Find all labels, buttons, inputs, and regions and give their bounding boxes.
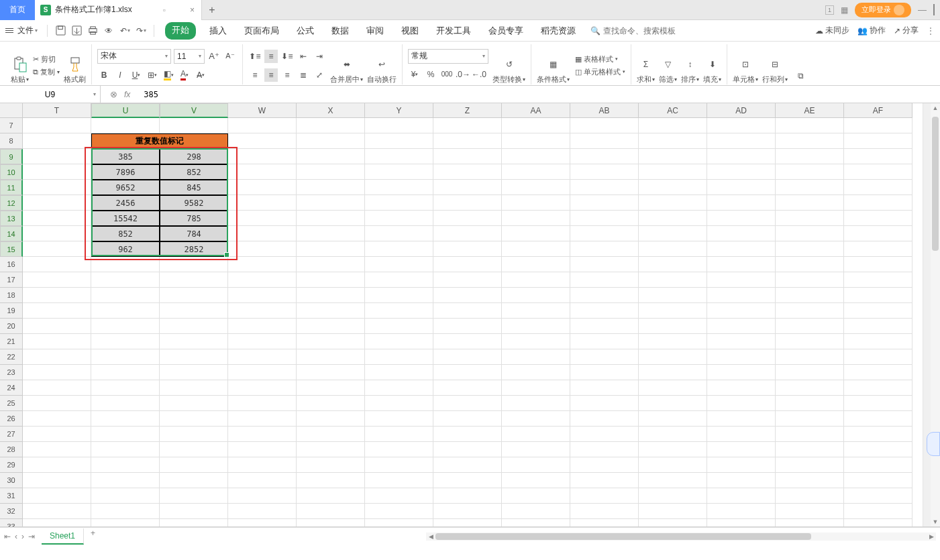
cell-AF12[interactable] — [844, 195, 912, 211]
cell-AF19[interactable] — [844, 303, 912, 319]
cell-X10[interactable] — [297, 164, 365, 180]
cell-AE13[interactable] — [776, 211, 844, 226]
cell-U31[interactable] — [91, 488, 160, 504]
cell-AB13[interactable] — [570, 211, 639, 226]
col-header-AE[interactable]: AE — [776, 103, 844, 118]
cell-T26[interactable] — [23, 411, 91, 427]
cell-Z21[interactable] — [433, 334, 502, 349]
cell-T31[interactable] — [23, 488, 91, 504]
cell-button[interactable]: ⊡单元格▾ — [733, 47, 758, 85]
col-header-V[interactable]: V — [160, 103, 228, 118]
inc-decimal-icon[interactable]: .0→ — [456, 68, 470, 81]
login-button[interactable]: 立即登录 — [855, 3, 911, 17]
cell-U26[interactable] — [91, 411, 160, 427]
cell-AE14[interactable] — [776, 226, 844, 241]
cell-V10[interactable]: 852 — [160, 164, 228, 180]
cell-V28[interactable] — [160, 442, 228, 457]
cell-AF26[interactable] — [844, 411, 912, 427]
cell-V12[interactable]: 9582 — [160, 195, 228, 211]
name-box-input[interactable] — [17, 90, 84, 99]
cell-AA9[interactable] — [502, 149, 570, 164]
cell-AA22[interactable] — [502, 349, 570, 365]
col-header-Z[interactable]: Z — [433, 103, 502, 118]
cell-AC18[interactable] — [639, 288, 707, 303]
cell-W12[interactable] — [228, 195, 297, 211]
cell-Z14[interactable] — [433, 226, 502, 241]
cell-AF8[interactable] — [844, 133, 912, 149]
sheet-next-icon[interactable]: › — [21, 532, 24, 541]
currency-icon[interactable]: ¥▾ — [408, 68, 421, 81]
side-panel-toggle[interactable] — [927, 432, 940, 456]
cell-Z9[interactable] — [433, 149, 502, 164]
file-tab[interactable]: S 条件格式工作簿1.xlsx ▫ × — [35, 0, 202, 20]
cell-AB12[interactable] — [570, 195, 639, 211]
cell-AB9[interactable] — [570, 149, 639, 164]
cell-U24[interactable] — [91, 380, 160, 396]
cell-T8[interactable] — [23, 133, 91, 149]
row-col-button[interactable]: ⊟行和列▾ — [762, 47, 788, 85]
cell-U33[interactable] — [91, 519, 160, 527]
cell-X26[interactable] — [297, 411, 365, 427]
cell-W21[interactable] — [228, 334, 297, 349]
fx-icon[interactable]: fx — [124, 90, 130, 99]
cell-W27[interactable] — [228, 427, 297, 442]
cell-AB22[interactable] — [570, 349, 639, 365]
font-name-select[interactable]: 宋体▾ — [97, 49, 171, 64]
tab-review[interactable]: 审阅 — [362, 22, 388, 40]
cell-Y32[interactable] — [365, 504, 433, 519]
cell-style-button[interactable]: ◫单元格样式▾ — [575, 67, 625, 77]
cell-Z10[interactable] — [433, 164, 502, 180]
cell-V19[interactable] — [160, 303, 228, 319]
cell-AE27[interactable] — [776, 427, 844, 442]
cell-Y18[interactable] — [365, 288, 433, 303]
col-header-U[interactable]: U — [91, 103, 160, 118]
cell-V20[interactable] — [160, 319, 228, 334]
cell-AF24[interactable] — [844, 380, 912, 396]
justify-icon[interactable]: ≣ — [297, 68, 310, 82]
cell-W7[interactable] — [228, 118, 297, 133]
cell-Z22[interactable] — [433, 349, 502, 365]
cell-W15[interactable] — [228, 241, 297, 257]
cell-AD30[interactable] — [707, 473, 776, 488]
cell-Z20[interactable] — [433, 319, 502, 334]
scroll-up-icon[interactable]: ▲ — [931, 103, 940, 113]
add-sheet-button[interactable]: + — [84, 528, 102, 545]
cell-AF33[interactable] — [844, 519, 912, 527]
cell-AC24[interactable] — [639, 380, 707, 396]
cell-U27[interactable] — [91, 427, 160, 442]
cell-W17[interactable] — [228, 272, 297, 288]
new-tab-button[interactable]: + — [202, 4, 222, 16]
cell-AD31[interactable] — [707, 488, 776, 504]
cell-T16[interactable] — [23, 257, 91, 272]
cell-AE20[interactable] — [776, 319, 844, 334]
cell-AA17[interactable] — [502, 272, 570, 288]
paste-button[interactable]: 粘贴▾ — [11, 47, 29, 85]
cell-X14[interactable] — [297, 226, 365, 241]
cell-AC8[interactable] — [639, 133, 707, 149]
cell-Y25[interactable] — [365, 396, 433, 411]
name-box-dropdown-icon[interactable]: ▾ — [93, 91, 96, 97]
cell-U15[interactable]: 962 — [91, 241, 160, 257]
cell-AA32[interactable] — [502, 504, 570, 519]
col-header-W[interactable]: W — [228, 103, 297, 118]
row-header-15[interactable]: 15 — [0, 241, 23, 257]
cell-U23[interactable] — [91, 365, 160, 380]
cell-Z30[interactable] — [433, 473, 502, 488]
cell-U10[interactable]: 7896 — [91, 164, 160, 180]
cell-W22[interactable] — [228, 349, 297, 365]
cell-Y11[interactable] — [365, 180, 433, 195]
collab-button[interactable]: 👥协作 — [857, 25, 886, 36]
cell-AB11[interactable] — [570, 180, 639, 195]
cell-Y27[interactable] — [365, 427, 433, 442]
col-header-AA[interactable]: AA — [502, 103, 570, 118]
cell-AC16[interactable] — [639, 257, 707, 272]
cell-AE28[interactable] — [776, 442, 844, 457]
cell-V14[interactable]: 784 — [160, 226, 228, 241]
cell-Z7[interactable] — [433, 118, 502, 133]
cell-Y12[interactable] — [365, 195, 433, 211]
cell-AF14[interactable] — [844, 226, 912, 241]
cell-AF25[interactable] — [844, 396, 912, 411]
cell-AC23[interactable] — [639, 365, 707, 380]
row-header-12[interactable]: 12 — [0, 195, 23, 211]
row-header-23[interactable]: 23 — [0, 365, 23, 380]
